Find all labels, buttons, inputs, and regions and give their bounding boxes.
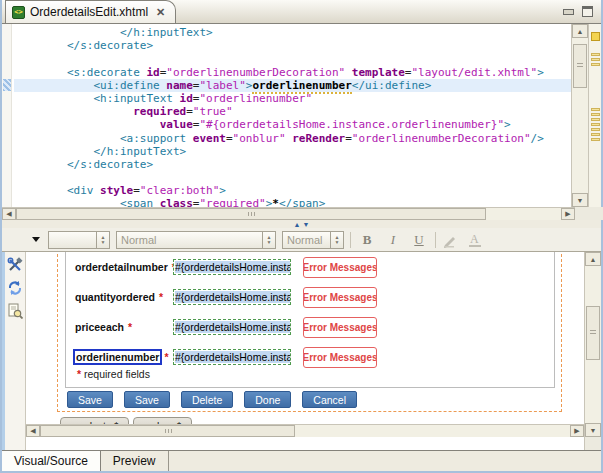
page-design-options-icon[interactable] (7, 303, 23, 319)
close-icon[interactable]: ✕ (156, 6, 165, 19)
field-label[interactable]: orderdetailnumber (73, 260, 170, 274)
font-size-combo[interactable]: Normal ▲▼ (282, 231, 344, 249)
form-row: orderdetailnumber* (73, 258, 176, 276)
code-line: <s:decorate id="orderlinenumberDecoratio… (14, 66, 571, 79)
scrollbar-thumb[interactable] (573, 44, 587, 88)
spinner-icon[interactable]: ▲▼ (262, 232, 275, 248)
font-color-icon[interactable]: A (466, 232, 484, 248)
source-code-area[interactable]: </h:inputText> </s:decorate> <s:decorate… (12, 24, 571, 207)
code-line: </h:inputText> (14, 26, 571, 39)
field-input[interactable]: #{orderdetailsHome.instan (173, 289, 291, 305)
sash-maximize-down-icon[interactable]: ▼ (303, 221, 310, 228)
scroll-up-icon[interactable]: ▲ (585, 252, 601, 266)
required-fields-note: * required fields (75, 368, 150, 380)
occurrence-marker[interactable] (591, 32, 600, 41)
occurrence-marker[interactable] (591, 118, 600, 121)
toolbar-separator (435, 232, 436, 248)
field-label[interactable]: orderlinenumber (73, 349, 162, 365)
form-button[interactable]: Save (124, 391, 170, 408)
source-editor: </h:inputText> </s:decorate> <s:decorate… (2, 24, 601, 207)
scroll-up-icon[interactable]: ▲ (572, 24, 588, 38)
minimize-icon[interactable] (563, 6, 574, 16)
required-asterisk: * (164, 351, 168, 363)
page-tab[interactable]: Visual/Source (2, 451, 101, 471)
form-row: priceeach* (73, 318, 132, 336)
scrollbar-corner (575, 207, 603, 220)
form-button[interactable]: Cancel (302, 391, 357, 408)
overview-ruler (588, 24, 601, 207)
required-asterisk: * (128, 321, 132, 333)
occurrence-marker[interactable] (591, 128, 600, 131)
italic-button[interactable]: I (383, 231, 403, 249)
code-line: <div style="clear:both"> (14, 184, 571, 197)
scroll-right-icon[interactable]: ▶ (570, 425, 584, 437)
error-messages-box: Error Messages (303, 347, 377, 368)
scrollbar-thumb[interactable] (16, 208, 486, 220)
maximize-icon[interactable] (582, 6, 593, 17)
field-input[interactable]: #{orderdetailsHome.instan (173, 259, 291, 275)
scroll-left-icon[interactable]: ◀ (26, 425, 40, 437)
font-combo[interactable]: Normal ▲▼ (116, 231, 276, 249)
svg-text:A: A (470, 232, 479, 246)
visual-pane: orderdetailnumber* #{orderdetailsHome.in… (2, 252, 601, 450)
source-horizontal-scrollbar[interactable]: ◀ ▶ (2, 207, 575, 220)
scroll-down-icon[interactable]: ▼ (572, 193, 588, 207)
code-line: </h:inputText> (14, 145, 571, 158)
occurrence-marker[interactable] (591, 63, 600, 66)
form-button[interactable]: Delete (181, 391, 233, 408)
formatting-toolbar: ▲▼ Normal ▲▼ Normal ▲▼ B I U A (2, 228, 601, 252)
scroll-down-icon[interactable]: ▼ (585, 423, 601, 437)
sash-maximize-up-icon[interactable]: ▲ (294, 221, 301, 228)
refresh-icon[interactable] (7, 280, 23, 296)
scroll-right-icon[interactable]: ▶ (561, 208, 575, 220)
annotation-ruler (2, 24, 12, 207)
form-button[interactable]: Done (244, 391, 291, 408)
occurrence-marker[interactable] (591, 58, 600, 61)
occurrence-marker[interactable] (591, 138, 600, 141)
error-messages-box: Error Messages (303, 257, 377, 278)
field-input[interactable]: #{orderdetailsHome.instan (173, 349, 291, 365)
bold-button[interactable]: B (357, 231, 377, 249)
toolbar-menu-icon[interactable] (32, 237, 40, 242)
code-line: required="true" (14, 105, 571, 118)
field-input[interactable]: #{orderdetailsHome.instan (173, 319, 291, 335)
editor-tab[interactable]: <> OrderdetailsEdit.xhtml ✕ (5, 0, 176, 23)
editor-tab-bar: <> OrderdetailsEdit.xhtml ✕ (2, 0, 601, 24)
spinner-icon[interactable]: ▲▼ (96, 232, 109, 248)
code-line: <span class="required">*</span> (14, 197, 571, 207)
form-button[interactable]: Save (67, 391, 113, 408)
code-line (14, 171, 571, 184)
code-line: </s:decorate> (14, 158, 571, 171)
editor-tab-title: OrderdetailsEdit.xhtml (30, 5, 148, 19)
underline-button[interactable]: U (409, 231, 429, 249)
page-tab[interactable]: Preview (101, 451, 169, 471)
error-messages-box: Error Messages (303, 287, 377, 308)
visual-horizontal-scrollbar[interactable]: ◀ ▶ (26, 424, 584, 437)
highlight-color-icon[interactable] (442, 232, 460, 248)
error-messages-box: Error Messages (303, 317, 377, 338)
page-tab-bar: Visual/Source Preview (2, 450, 601, 471)
scrollbar-thumb[interactable] (40, 425, 295, 437)
occurrence-marker[interactable] (591, 123, 600, 126)
block-format-combo[interactable]: ▲▼ (48, 231, 110, 249)
occurrence-marker[interactable] (591, 113, 600, 116)
required-asterisk: * (159, 291, 163, 303)
xhtml-file-icon: <> (12, 6, 25, 19)
occurrence-marker[interactable] (591, 133, 600, 136)
editor-window: <> OrderdetailsEdit.xhtml ✕ </h:inputTex… (0, 0, 603, 473)
form-buttons: Save Save Delete Done Cancel (67, 391, 357, 408)
occurrence-marker[interactable] (591, 108, 600, 111)
field-label[interactable]: quantityordered (73, 290, 157, 304)
field-label[interactable]: priceeach (73, 320, 126, 334)
visual-vertical-scrollbar[interactable]: ▲ ▼ (584, 252, 601, 450)
occurrence-marker[interactable] (591, 53, 600, 56)
split-sash[interactable]: ▲ ▼ (2, 220, 601, 228)
design-canvas[interactable]: orderdetailnumber* #{orderdetailsHome.in… (26, 252, 584, 450)
preferences-icon[interactable] (7, 257, 23, 273)
source-vertical-scrollbar[interactable]: ▲ ▼ (571, 24, 588, 207)
form-row: orderlinenumber* (73, 348, 169, 366)
scrollbar-thumb[interactable] (586, 306, 600, 360)
code-line: </s:decorate> (14, 39, 571, 52)
scroll-left-icon[interactable]: ◀ (2, 208, 16, 220)
spinner-icon[interactable]: ▲▼ (330, 232, 343, 248)
